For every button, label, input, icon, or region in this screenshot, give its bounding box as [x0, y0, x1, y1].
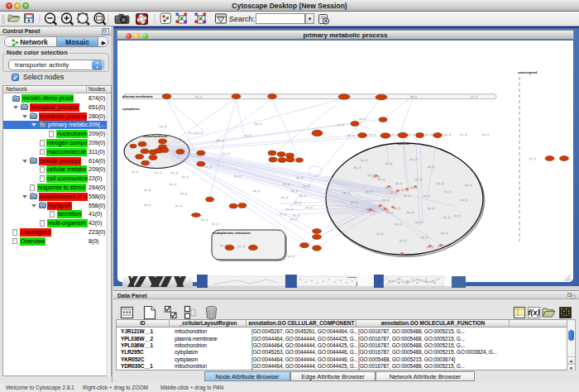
svg-text:(xx_x): (xx_x) [443, 216, 451, 219]
svg-text:(xx_x): (xx_x) [290, 218, 298, 221]
svg-text:nucleus: nucleus [396, 141, 409, 146]
svg-text:(xx_x): (xx_x) [253, 189, 261, 193]
svg-text:(xx_x): (xx_x) [423, 194, 431, 198]
svg-text:(xx_x): (xx_x) [182, 175, 189, 179]
svg-text:mitochondrion: mitochondrion [143, 134, 168, 138]
svg-text:(xx_x): (xx_x) [390, 191, 398, 194]
svg-text:(xx_x): (xx_x) [354, 166, 361, 170]
svg-text:(xx_x): (xx_x) [425, 133, 433, 136]
svg-text:(xx_x): (xx_x) [408, 133, 415, 136]
svg-text:(xx_x): (xx_x) [410, 95, 418, 98]
svg-text:(xx_x): (xx_x) [482, 133, 490, 136]
svg-text:(xx_x): (xx_x) [288, 255, 295, 258]
svg-text:(xx_x): (xx_x) [343, 191, 351, 194]
svg-text:(xx_x): (xx_x) [294, 201, 302, 204]
svg-text:(xx_x): (xx_x) [404, 194, 411, 198]
svg-text:(xx_x): (xx_x) [155, 171, 162, 174]
svg-text:(xx_x): (xx_x) [366, 190, 373, 194]
svg-text:(xx_x): (xx_x) [376, 232, 384, 236]
svg-text:(xx_x): (xx_x) [144, 189, 151, 192]
svg-text:(xx_x): (xx_x) [441, 232, 448, 235]
svg-text:(xx_x): (xx_x) [132, 170, 139, 174]
svg-text:(xx_x): (xx_x) [395, 182, 403, 185]
svg-text:(xx_x): (xx_x) [303, 184, 310, 188]
svg-text:(xx_x): (xx_x) [437, 182, 444, 185]
svg-text:(xx_x): (xx_x) [382, 198, 390, 202]
svg-text:(xx_x): (xx_x) [369, 133, 376, 136]
svg-text:(xx_x): (xx_x) [171, 171, 179, 174]
svg-text:(xx_x): (xx_x) [471, 95, 478, 98]
svg-text:(xx_x): (xx_x) [428, 207, 435, 210]
svg-text:(xx_x): (xx_x) [175, 204, 183, 208]
svg-text:(xx_x): (xx_x) [410, 158, 418, 161]
svg-text:(xx_x): (xx_x) [461, 198, 468, 202]
svg-text:plasma membrane: plasma membrane [122, 94, 153, 98]
svg-text:(xx_x): (xx_x) [337, 123, 345, 127]
svg-text:(xx_x): (xx_x) [244, 134, 251, 137]
svg-text:(xx_x): (xx_x) [454, 214, 462, 218]
svg-text:(xx_x): (xx_x) [529, 157, 537, 160]
svg-text:(xx_x): (xx_x) [444, 133, 452, 136]
svg-text:(xx_x): (xx_x) [201, 218, 208, 222]
svg-text:(xx_x): (xx_x) [170, 183, 177, 186]
svg-text:(xx_x): (xx_x) [223, 152, 230, 155]
svg-text:(xx_x): (xx_x) [144, 203, 151, 207]
svg-text:unassigned: unassigned [518, 70, 538, 74]
svg-text:(xx_x): (xx_x) [280, 213, 287, 216]
svg-text:endoplasmic reticulum: endoplasmic reticulum [213, 231, 251, 235]
svg-text:(xx_x): (xx_x) [347, 134, 355, 137]
svg-text:(xx_x): (xx_x) [286, 208, 294, 211]
svg-text:(xx_x): (xx_x) [385, 162, 393, 165]
svg-text:(xx_x): (xx_x) [160, 125, 167, 128]
svg-text:(xx_x): (xx_x) [359, 117, 366, 121]
svg-text:(xx_x): (xx_x) [234, 174, 242, 178]
svg-text:(xx_x): (xx_x) [291, 189, 299, 193]
svg-text:(xx_x): (xx_x) [255, 122, 262, 126]
svg-text:(xx_x): (xx_x) [281, 196, 289, 199]
svg-text:(xx_x): (xx_x) [400, 239, 407, 242]
svg-text:(xx_x): (xx_x) [217, 139, 224, 142]
svg-text:(xx_x): (xx_x) [212, 222, 219, 226]
svg-text:cytoplasm: cytoplasm [122, 107, 140, 111]
svg-text:(xx_x): (xx_x) [391, 133, 399, 136]
svg-text:(xx_x): (xx_x) [460, 133, 467, 136]
svg-text:(xx_x): (xx_x) [444, 190, 452, 194]
svg-text:(xx_x): (xx_x) [421, 236, 428, 239]
svg-text:(xx_x): (xx_x) [283, 183, 290, 186]
svg-text:(xx_x): (xx_x) [180, 192, 188, 195]
svg-text:(xx_x): (xx_x) [415, 178, 423, 181]
svg-text:(xx_x): (xx_x) [415, 221, 423, 224]
svg-text:(xx_x): (xx_x) [195, 95, 203, 98]
svg-text:(xx_x): (xx_x) [351, 201, 358, 204]
svg-text:(xx_x): (xx_x) [296, 176, 304, 179]
svg-text:(xx_x): (xx_x) [361, 159, 368, 162]
svg-text:(xx_x): (xx_x) [238, 245, 246, 248]
svg-text:(xx_x): (xx_x) [407, 211, 414, 214]
svg-text:(xx_x): (xx_x) [205, 165, 213, 169]
svg-text:(xx_x): (xx_x) [395, 222, 402, 226]
svg-text:(xx_x): (xx_x) [465, 184, 472, 187]
svg-text:(xx_x): (xx_x) [299, 194, 307, 198]
svg-text:f(x): f(x) [529, 308, 540, 317]
svg-text:(xx_x): (xx_x) [196, 131, 203, 135]
svg-text:(xx_x): (xx_x) [189, 131, 196, 135]
svg-text:(xx_x): (xx_x) [306, 206, 313, 209]
svg-text:(xx_x): (xx_x) [428, 165, 435, 169]
